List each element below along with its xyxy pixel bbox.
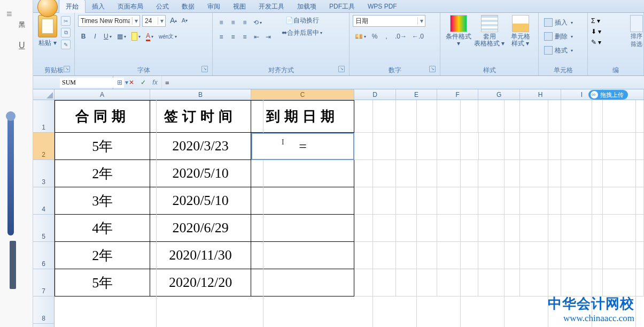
copy-button[interactable]: ⧉	[61, 28, 71, 37]
cell-C3[interactable]	[251, 160, 354, 187]
italic-button[interactable]: I	[90, 31, 100, 42]
row-header-2[interactable]: 2	[33, 133, 54, 160]
cell-C5[interactable]	[251, 215, 354, 242]
bold-button[interactable]: B	[78, 31, 89, 42]
cell-H2[interactable]	[520, 133, 561, 160]
cell-B5[interactable]: 2020/6/29	[150, 215, 251, 242]
menu-tab-5[interactable]: 审阅	[201, 0, 227, 13]
increase-decimal-button[interactable]: .0→	[393, 31, 409, 42]
border-button[interactable]: ▦▾	[115, 31, 128, 42]
cell-J2[interactable]	[603, 133, 644, 160]
cell-F3[interactable]	[437, 160, 478, 187]
comma-button[interactable]: ,	[381, 31, 392, 42]
cell-H6[interactable]	[520, 242, 561, 269]
menu-tab-1[interactable]: 插入	[86, 0, 111, 13]
cell-F6[interactable]	[437, 242, 478, 269]
phonetic-button[interactable]: wén文▾	[157, 31, 179, 42]
cell-B4[interactable]: 2020/5/10	[150, 187, 251, 215]
cell-H4[interactable]	[520, 187, 561, 215]
font-name-combo[interactable]: ▾	[78, 15, 140, 27]
cell-J5[interactable]	[603, 215, 644, 242]
cell-C2[interactable]: =I	[251, 133, 355, 160]
font-size-input[interactable]	[143, 17, 158, 25]
cell-I7[interactable]	[561, 269, 602, 296]
cell-F2[interactable]	[437, 133, 478, 160]
cell-J6[interactable]	[603, 242, 644, 269]
worksheet[interactable]: ABCDEFGHIJ 12345678 合同期签订时间到期日期5年2020/3/…	[33, 89, 644, 327]
col-header-C[interactable]: C	[251, 89, 354, 100]
cell-C6[interactable]	[251, 242, 354, 269]
row-headers[interactable]: 12345678	[33, 100, 55, 327]
formula-input[interactable]	[162, 79, 644, 87]
cell-I5[interactable]	[561, 215, 602, 242]
row-header-1[interactable]: 1	[33, 100, 54, 133]
underline-button[interactable]: U▾	[102, 31, 114, 42]
currency-button[interactable]: 💴▾	[353, 31, 368, 42]
col-header-H[interactable]: H	[520, 89, 561, 100]
align-right-button[interactable]: ≡	[239, 32, 250, 42]
cell-I4[interactable]	[561, 187, 602, 215]
cell-A1[interactable]: 合同期	[55, 100, 150, 133]
cell-C7[interactable]	[251, 269, 354, 296]
menu-tab-8[interactable]: 加载项	[291, 0, 323, 13]
col-header-B[interactable]: B	[150, 89, 251, 100]
format-painter-button[interactable]: ✎	[61, 40, 71, 49]
paste-button[interactable]: 粘贴 ▾	[36, 15, 59, 48]
font-dialog-icon[interactable]: ↘	[201, 66, 208, 72]
cell-J7[interactable]	[603, 269, 644, 296]
cell-H3[interactable]	[520, 160, 561, 187]
merge-center-button[interactable]: ⬌ 合并后居中▾	[279, 27, 325, 38]
align-dialog-icon[interactable]: ↘	[338, 66, 345, 72]
insert-cells-button[interactable]: 插入 ▾	[542, 17, 575, 28]
column-headers[interactable]: ABCDEFGHIJ	[55, 89, 644, 100]
cell-D3[interactable]	[354, 160, 395, 187]
format-cells-button[interactable]: 格式 ▾	[542, 45, 575, 56]
row-header-8[interactable]: 8	[33, 296, 54, 324]
cell-G5[interactable]	[478, 215, 519, 242]
increase-indent-button[interactable]: ⇥	[263, 32, 274, 42]
cell-D4[interactable]	[354, 187, 395, 215]
menu-tab-2[interactable]: 页面布局	[111, 0, 150, 13]
cell-G2[interactable]	[479, 133, 520, 160]
align-center-button[interactable]: ≡	[228, 32, 238, 42]
accept-icon[interactable]: ✓	[139, 79, 148, 86]
cell-A5[interactable]: 4年	[55, 215, 150, 242]
cell-A2[interactable]: 5年	[55, 133, 150, 160]
cell-G7[interactable]	[478, 269, 519, 296]
hamburger-icon[interactable]: ≡	[6, 9, 12, 20]
cell-D2[interactable]	[354, 133, 395, 160]
cancel-icon[interactable]: ✕	[127, 79, 136, 86]
decrease-indent-button[interactable]: ⇤	[251, 32, 262, 42]
cell-B3[interactable]: 2020/5/10	[150, 160, 251, 187]
clipboard-dialog-icon[interactable]: ↘	[64, 66, 70, 72]
cell-D6[interactable]	[354, 242, 395, 269]
number-format-combo[interactable]: ▾	[353, 15, 425, 27]
cell-I3[interactable]	[561, 160, 602, 187]
col-header-F[interactable]: F	[437, 89, 478, 100]
name-box[interactable]: ▾	[33, 76, 113, 89]
wrap-text-button[interactable]: 📄 自动换行	[279, 15, 325, 26]
format-as-table-button[interactable]: 套用表格格式 ▾	[477, 15, 502, 47]
menu-tab-7[interactable]: 开发工具	[252, 0, 291, 13]
cell-D7[interactable]	[354, 269, 395, 296]
align-left-button[interactable]: ≡	[216, 32, 227, 42]
cell-D5[interactable]	[354, 215, 395, 242]
cell-J1[interactable]	[603, 100, 644, 133]
cell-G4[interactable]	[478, 187, 519, 215]
orientation-button[interactable]: ⟲▾	[251, 17, 264, 28]
cell-H7[interactable]	[520, 269, 561, 296]
range-picker-icon[interactable]: ⊞	[115, 79, 124, 86]
sort-filter-icon[interactable]	[630, 15, 643, 32]
chevron-down-icon[interactable]: ▾	[132, 17, 139, 25]
number-format-input[interactable]	[353, 17, 417, 25]
conditional-format-button[interactable]: 条件格式▾	[446, 15, 471, 47]
fill-color-button[interactable]: ▾	[129, 31, 143, 42]
cell-F5[interactable]	[437, 215, 478, 242]
decrease-decimal-button[interactable]: ←.0	[410, 31, 426, 42]
cell-J3[interactable]	[603, 160, 644, 187]
number-dialog-icon[interactable]: ↘	[429, 66, 436, 72]
shrink-font-button[interactable]: A▾	[179, 15, 190, 26]
cell-I2[interactable]	[561, 133, 602, 160]
row-header-4[interactable]: 4	[33, 187, 54, 215]
cell-B7[interactable]: 2020/12/20	[150, 269, 251, 296]
